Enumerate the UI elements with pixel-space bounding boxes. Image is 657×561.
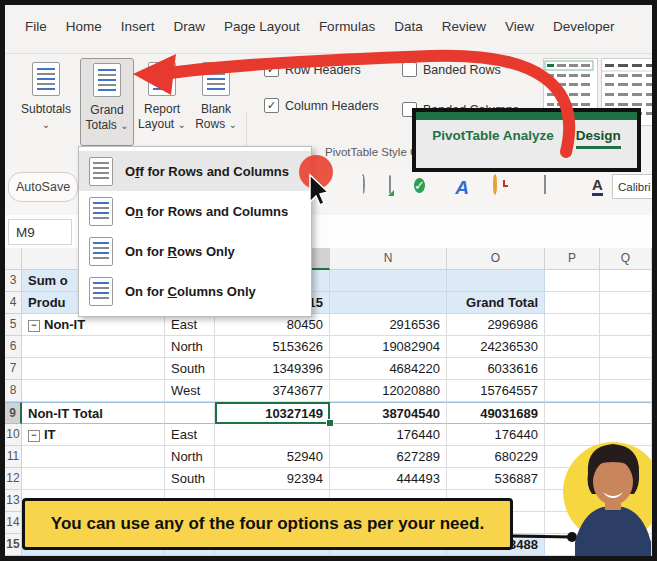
row-header[interactable]: 6 [5,336,22,358]
cell[interactable]: East [165,424,215,446]
row-header[interactable]: 15 [5,534,22,556]
subtotals-button[interactable]: Subtotals ⌄ [14,58,78,132]
row-header[interactable]: 3 [5,270,22,292]
blank-rows-button[interactable]: Blank Rows ⌄ [191,58,241,132]
cell[interactable] [545,534,600,556]
cell[interactable]: North [165,446,215,468]
cell[interactable] [22,446,165,468]
cell[interactable]: 444493 [330,468,447,490]
cell[interactable] [600,446,652,468]
menu-page-layout[interactable]: Page Layout [224,19,300,34]
collapse-icon[interactable]: − [28,320,40,332]
menu-formulas[interactable]: Formulas [319,19,375,34]
cell[interactable]: 176440 [330,424,447,446]
cell[interactable] [545,314,600,336]
menu-item-on-rows-only[interactable]: On for Rows Only [79,231,311,271]
cell[interactable]: −IT [22,424,165,446]
menu-item-on-columns-only[interactable]: On for Columns Only [79,271,311,311]
cell[interactable] [600,270,652,292]
cell[interactable]: 80450 [215,314,330,336]
cell[interactable] [22,358,165,380]
menu-developer[interactable]: Developer [553,19,615,34]
row-header[interactable]: 11 [5,446,22,468]
cell[interactable] [215,424,330,446]
menu-insert[interactable]: Insert [121,19,155,34]
cell-name-box[interactable]: M9 [8,219,72,245]
cell[interactable] [330,270,447,292]
cell[interactable]: West [165,380,215,402]
column-header-o[interactable]: O [447,248,545,270]
draw-a-icon[interactable]: A [450,176,474,200]
row-header[interactable]: 4 [5,292,22,314]
cell[interactable] [545,468,600,490]
row-header[interactable]: 8 [5,380,22,402]
tab-pivottable-analyze[interactable]: PivotTable Analyze [432,128,554,149]
row-header[interactable]: 12 [5,468,22,490]
cell[interactable] [22,468,165,490]
banded-rows-checkbox[interactable]: Banded Rows [402,62,501,77]
font-color-a-icon[interactable]: A [588,176,612,200]
cell[interactable] [545,446,600,468]
row-header[interactable]: 7 [5,358,22,380]
select-all-corner[interactable] [5,248,22,270]
cell[interactable] [545,292,600,314]
cell[interactable] [600,380,652,402]
collapse-icon[interactable]: − [28,430,40,442]
cell[interactable] [600,512,652,534]
menu-draw[interactable]: Draw [174,19,206,34]
menu-review[interactable]: Review [442,19,486,34]
cell[interactable]: 2996986 [447,314,545,336]
column-headers-checkbox[interactable]: ✓ Column Headers [264,98,379,113]
cell[interactable] [330,292,447,314]
row-header[interactable]: 9 [5,402,22,424]
cell[interactable]: Non-IT Total [22,402,165,424]
column-header-q[interactable]: Q [600,248,652,270]
row-header[interactable]: 13 [5,490,22,512]
cell[interactable]: 536887 [447,468,545,490]
square-icon[interactable] [542,176,566,200]
cell[interactable] [22,336,165,358]
column-header-p[interactable]: P [545,248,600,270]
cell[interactable] [165,402,215,424]
cell[interactable]: 52940 [215,446,330,468]
cell[interactable]: South [165,468,215,490]
cell[interactable] [545,358,600,380]
cell[interactable] [545,424,600,446]
cell[interactable]: 19082904 [330,336,447,358]
menu-data[interactable]: Data [394,19,423,34]
redo-icon[interactable] [358,176,382,200]
cell[interactable]: 627289 [330,446,447,468]
fill-handle[interactable] [326,419,334,427]
row-header[interactable]: 14 [5,512,22,534]
menu-item-off-rows-columns[interactable]: Off for Rows and Columns [79,151,311,191]
report-layout-button[interactable]: Report Layout ⌄ [135,58,189,132]
cell[interactable]: 38704540 [330,402,447,424]
cell[interactable]: 2916536 [330,314,447,336]
cell[interactable]: −Non-IT [22,314,165,336]
cell[interactable] [545,512,600,534]
cell[interactable] [545,402,600,424]
font-name-combobox[interactable]: Calibri [612,174,657,199]
grand-totals-button[interactable]: Grand Totals ⌄ [80,58,134,146]
cell[interactable]: 1349396 [215,358,330,380]
menu-view[interactable]: View [505,19,534,34]
clock-icon[interactable] [492,176,516,200]
cell[interactable] [600,314,652,336]
cell[interactable]: 4684220 [330,358,447,380]
cell[interactable]: 5153626 [215,336,330,358]
cell[interactable] [600,490,652,512]
cell[interactable]: 15764557 [447,380,545,402]
column-header-n[interactable]: N [330,248,447,270]
cell[interactable] [600,336,652,358]
menu-home[interactable]: Home [66,19,102,34]
cell[interactable] [600,468,652,490]
menu-file[interactable]: File [25,19,47,34]
cell[interactable] [600,424,652,446]
cell[interactable]: 680229 [447,446,545,468]
cell[interactable]: 49031689 [447,402,545,424]
cell[interactable]: North [165,336,215,358]
cell[interactable]: 6033616 [447,358,545,380]
cell[interactable]: 176440 [447,424,545,446]
cell[interactable] [600,358,652,380]
menu-item-on-rows-columns[interactable]: On for Rows and Columns [79,191,311,231]
